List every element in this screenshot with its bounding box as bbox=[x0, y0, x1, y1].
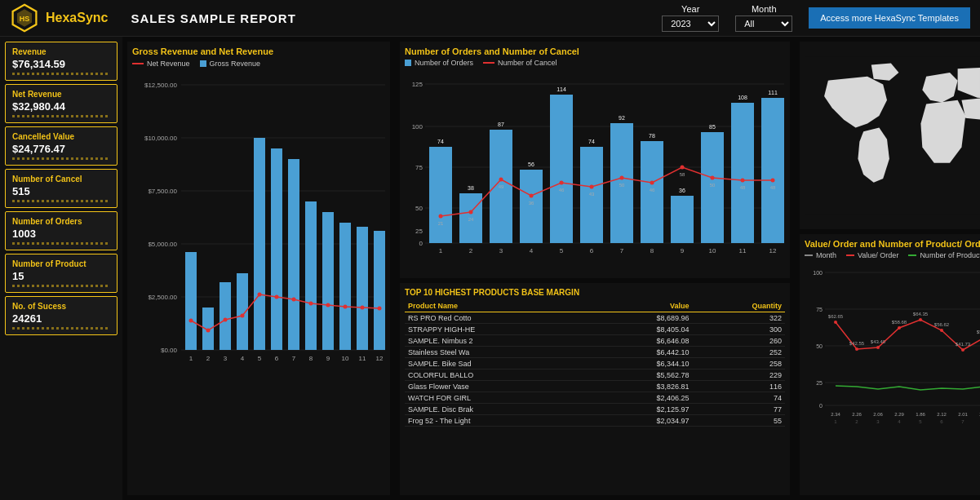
svg-point-65 bbox=[530, 194, 534, 198]
cell-value: $2,125.97 bbox=[592, 404, 692, 415]
svg-text:7: 7 bbox=[961, 419, 964, 424]
svg-text:49: 49 bbox=[499, 184, 504, 189]
month-select[interactable]: All bbox=[735, 15, 792, 32]
svg-text:HS: HS bbox=[20, 15, 30, 23]
kpi-product: Number of Product 15 bbox=[5, 254, 118, 293]
logo-text: HexaSync bbox=[46, 11, 109, 25]
legend-orders-label: Number of Orders bbox=[415, 59, 473, 67]
svg-text:5: 5 bbox=[560, 247, 564, 254]
legend-value-label: Value/ Order bbox=[858, 251, 898, 259]
svg-point-114 bbox=[940, 329, 943, 332]
svg-text:74: 74 bbox=[588, 139, 595, 144]
svg-text:108: 108 bbox=[738, 95, 747, 100]
cell-qty: 116 bbox=[693, 381, 785, 392]
kpi-cancel-count-value: 515 bbox=[12, 185, 110, 197]
kpi-revenue: Revenue $76,314.59 bbox=[5, 42, 118, 81]
orders-chart-svg: 125 100 75 50 25 0 bbox=[405, 70, 788, 270]
cell-value: $6,646.08 bbox=[592, 335, 692, 347]
svg-point-23 bbox=[326, 303, 330, 308]
cell-value: $6,344.10 bbox=[592, 358, 692, 369]
svg-point-18 bbox=[241, 314, 245, 318]
orders-bar-5 bbox=[550, 95, 573, 243]
cell-product: Stainless Steel Wa bbox=[405, 347, 592, 358]
svg-text:100: 100 bbox=[813, 270, 823, 276]
svg-text:75: 75 bbox=[816, 307, 823, 312]
legend-value-order: Value/ Order bbox=[846, 251, 898, 259]
gross-chart-title: Gross Revenue and Net Revenue bbox=[132, 46, 385, 56]
kpi-cancel-count-wave bbox=[12, 200, 110, 202]
legend-cancel-label: Number of Cancel bbox=[498, 59, 557, 67]
svg-text:111: 111 bbox=[768, 90, 778, 95]
svg-point-71 bbox=[711, 176, 715, 180]
cell-qty: 252 bbox=[693, 347, 785, 358]
kpi-product-wave bbox=[12, 285, 110, 287]
main-content: Revenue $76,314.59 Net Revenue $32,980.4… bbox=[0, 37, 980, 500]
svg-text:2: 2 bbox=[469, 247, 473, 254]
orders-chart-legend: Number of Orders Number of Cancel bbox=[405, 59, 785, 67]
svg-text:4: 4 bbox=[241, 355, 245, 362]
table-row: SAMPLE. Bike Sad $6,344.10 258 bbox=[405, 358, 785, 369]
svg-text:25: 25 bbox=[415, 228, 423, 235]
year-select[interactable]: 2023 2022 bbox=[662, 15, 719, 32]
svg-text:48: 48 bbox=[770, 185, 776, 190]
kpi-product-value: 15 bbox=[12, 270, 110, 282]
orders-bar-11 bbox=[731, 103, 754, 243]
kpi-cancelled-wave bbox=[12, 157, 110, 160]
bar-5 bbox=[254, 138, 265, 350]
svg-text:$43.40: $43.40 bbox=[871, 339, 886, 344]
svg-text:74: 74 bbox=[437, 139, 444, 144]
svg-text:50: 50 bbox=[619, 183, 625, 188]
svg-text:11: 11 bbox=[359, 355, 366, 362]
kpi-success-wave bbox=[12, 327, 110, 330]
svg-point-64 bbox=[499, 178, 503, 182]
svg-text:24: 24 bbox=[468, 217, 474, 222]
table-body: RS PRO Red Cotto $8,689.96 322 STRAPPY H… bbox=[405, 312, 785, 427]
svg-text:92: 92 bbox=[619, 115, 625, 121]
cell-product: Glass Flower Vase bbox=[405, 381, 592, 392]
svg-text:2.26: 2.26 bbox=[852, 412, 862, 417]
access-templates-button[interactable]: Access more HexaSync Templates bbox=[809, 7, 970, 29]
cell-qty: 229 bbox=[693, 369, 785, 381]
svg-text:3: 3 bbox=[876, 419, 880, 424]
svg-text:6: 6 bbox=[940, 419, 943, 424]
cell-qty: 322 bbox=[693, 312, 785, 324]
svg-point-24 bbox=[344, 305, 348, 309]
kpi-revenue-label: Revenue bbox=[12, 47, 110, 56]
kpi-net-revenue-value: $32,980.44 bbox=[12, 100, 110, 113]
cell-product: WATCH FOR GIRL bbox=[405, 392, 592, 404]
table-row: Glass Flower Vase $3,826.81 116 bbox=[405, 381, 785, 392]
svg-text:9: 9 bbox=[326, 355, 330, 362]
cell-product: STRAPPY HIGH-HE bbox=[405, 324, 592, 335]
svg-point-111 bbox=[876, 346, 880, 349]
kpi-product-label: Number of Product bbox=[12, 259, 110, 268]
svg-text:5: 5 bbox=[258, 355, 262, 362]
kpi-cancelled-value: $24,776.47 bbox=[12, 143, 110, 155]
legend-net-label: Net Revenue bbox=[147, 60, 190, 68]
orders-bar-9 bbox=[671, 196, 694, 243]
bar-12 bbox=[374, 231, 385, 350]
svg-text:1: 1 bbox=[189, 355, 193, 362]
table-row: Frog 52 - The Light $2,034.97 55 bbox=[405, 415, 785, 427]
gross-chart-svg: $12,500.00 $10,000.00 $7,500.00 $5,000.0… bbox=[132, 71, 385, 422]
svg-text:$64.35: $64.35 bbox=[913, 312, 929, 316]
top10-table-section: TOP 10 HIGHEST PRODUCTS BASE MARGIN Prod… bbox=[400, 283, 790, 495]
month-filter: Month All bbox=[735, 4, 792, 32]
kpi-cancelled: Cancelled Value $24,776.47 bbox=[5, 126, 118, 166]
svg-text:43: 43 bbox=[589, 192, 595, 197]
table-row: Stainless Steel Wa $6,442.10 252 bbox=[405, 347, 785, 358]
net-revenue-line bbox=[191, 294, 379, 330]
svg-text:46: 46 bbox=[559, 188, 565, 192]
svg-text:56: 56 bbox=[528, 162, 534, 167]
svg-text:58: 58 bbox=[680, 172, 685, 177]
svg-text:6: 6 bbox=[590, 247, 594, 254]
legend-month-icon bbox=[805, 254, 813, 256]
bar-6 bbox=[271, 148, 282, 350]
svg-text:10: 10 bbox=[709, 247, 716, 254]
kpi-cancelled-label: Cancelled Value bbox=[12, 132, 110, 141]
report-title: SALES SAMPLE REPORT bbox=[131, 11, 296, 25]
table-row: SAMPLE. Disc Brak $2,125.97 77 bbox=[405, 404, 785, 415]
svg-text:36: 36 bbox=[529, 201, 534, 206]
month-label: Month bbox=[752, 4, 777, 14]
orders-chart-title: Number of Orders and Number of Cancel bbox=[405, 46, 785, 56]
kpi-net-revenue-wave bbox=[12, 115, 110, 117]
